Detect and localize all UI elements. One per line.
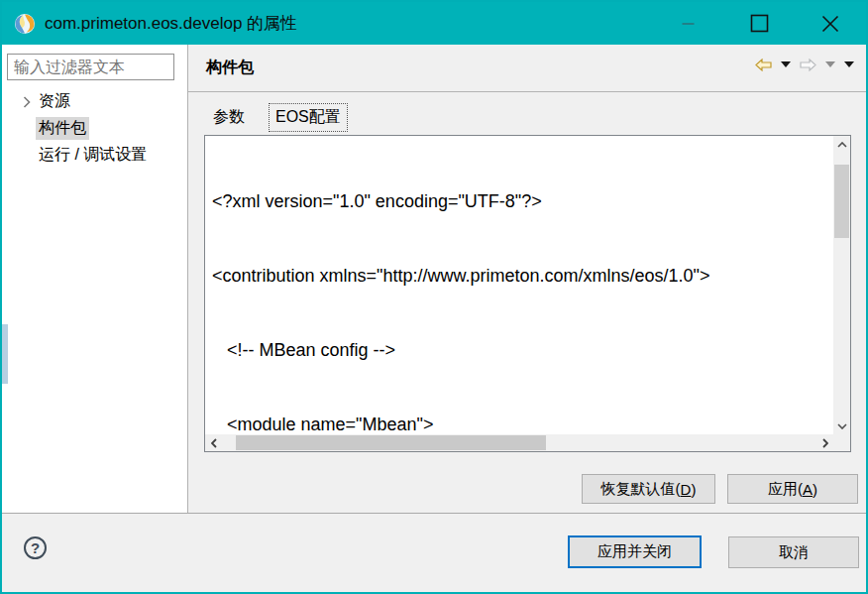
header-separator [188,91,866,92]
xml-line: <module name="Mbean"> [212,413,833,434]
scroll-down-icon[interactable] [833,417,850,434]
tab-bar: 参数 EOS配置 [206,103,348,132]
vertical-scrollbar-thumb[interactable] [834,165,849,238]
sidebar-item-label: 资源 [36,90,73,113]
back-arrow-icon[interactable] [755,59,772,71]
minimize-icon[interactable] [652,2,723,45]
help-glyph: ? [31,539,40,556]
xml-line: <contribution xmlns="http://www.primeton… [212,264,833,289]
sidebar-item-resources[interactable]: 资源 [2,88,186,115]
sidebar-item-run-debug-settings[interactable]: 运行 / 调试设置 [2,142,186,169]
button-label: 应用( [768,480,803,499]
main-panel: 构件包 参数 EOS配置 <?xml version= [188,45,866,513]
sidebar-item-label: 构件包 [36,117,89,140]
filter-input[interactable] [7,54,174,80]
window-controls [652,2,866,45]
sidebar: 资源 构件包 运行 / 调试设置 [2,45,188,513]
restore-defaults-button[interactable]: 恢复默认值(D) [582,474,715,504]
page-title: 构件包 [206,58,254,78]
scroll-up-icon[interactable] [833,136,850,153]
forward-history-dropdown-icon[interactable] [825,61,835,67]
dialog-body: 资源 构件包 运行 / 调试设置 构件包 [2,45,866,513]
window-resize-sash[interactable] [2,324,8,384]
horizontal-scrollbar[interactable] [205,434,833,451]
tab-parameters[interactable]: 参数 [206,103,252,132]
apply-and-close-button[interactable]: 应用并关闭 [568,535,702,568]
tab-eos-config[interactable]: EOS配置 [269,103,348,132]
close-icon[interactable] [795,2,866,45]
button-label: ) [691,481,696,498]
sidebar-item-label: 运行 / 调试设置 [36,144,150,167]
chevron-right-icon[interactable] [18,96,36,108]
scroll-left-icon[interactable] [205,434,222,451]
button-label: 恢复默认值( [601,480,681,499]
vertical-scrollbar[interactable] [833,136,850,434]
scrollbar-corner [833,434,850,451]
horizontal-scrollbar-thumb[interactable] [236,435,546,450]
page-navigation [755,56,854,73]
view-menu-dropdown-icon[interactable] [844,61,854,67]
sidebar-item-component-package[interactable]: 构件包 [2,115,186,142]
xml-line: <!-- MBean config --> [212,338,833,363]
cancel-button[interactable]: 取消 [728,536,859,568]
window-title: com.primeton.eos.develop 的属性 [45,12,297,35]
button-mnemonic: D [681,481,692,498]
xml-line: <?xml version="1.0" encoding="UTF-8"?> [212,189,833,214]
preference-tree: 资源 构件包 运行 / 调试设置 [2,88,186,169]
properties-dialog: com.primeton.eos.develop 的属性 资源 [0,0,868,594]
xml-editor: <?xml version="1.0" encoding="UTF-8"?> <… [204,135,851,452]
dialog-button-bar: ? 应用并关闭 取消 [2,513,866,592]
maximize-icon[interactable] [723,2,795,45]
titlebar: com.primeton.eos.develop 的属性 [2,2,866,45]
button-label: ) [813,481,817,498]
forward-arrow-icon[interactable] [800,59,816,71]
help-icon[interactable]: ? [24,536,47,559]
button-mnemonic: A [803,481,813,498]
app-icon [14,13,36,35]
back-history-dropdown-icon[interactable] [781,61,791,67]
scroll-right-icon[interactable] [816,434,833,451]
apply-button[interactable]: 应用(A) [727,474,858,504]
xml-editor-text[interactable]: <?xml version="1.0" encoding="UTF-8"?> <… [205,136,833,434]
